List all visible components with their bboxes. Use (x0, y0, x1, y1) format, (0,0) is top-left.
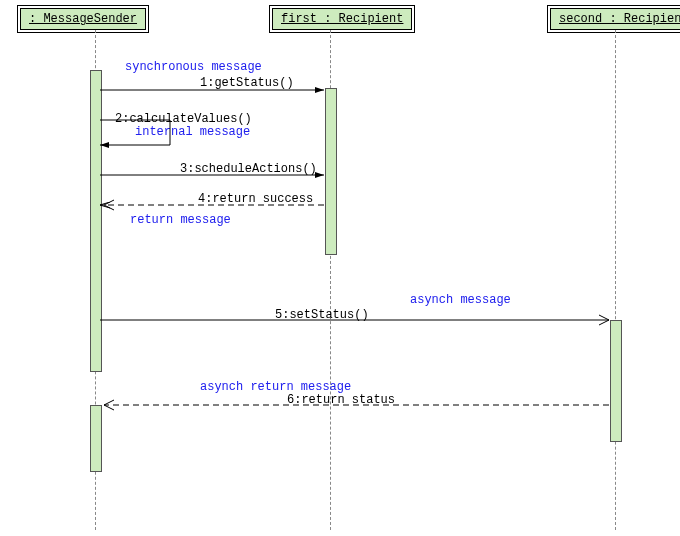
participant-first-label: first : Recipient (281, 12, 403, 26)
activation-sender-1 (90, 70, 102, 372)
msg-2-label: 2:calculateValues() (115, 112, 252, 126)
lifeline-second (615, 30, 616, 530)
activation-second-1 (610, 320, 622, 442)
sequence-arrows (0, 0, 680, 536)
msg-3-label: 3:scheduleActions() (180, 162, 317, 176)
note-asynch-ret: asynch return message (200, 380, 351, 394)
activation-first-1 (325, 88, 337, 255)
participant-second: second : Recipient (550, 8, 680, 30)
note-internal: internal message (135, 125, 250, 139)
msg-5-label: 5:setStatus() (275, 308, 369, 322)
participant-sender-label: : MessageSender (29, 12, 137, 26)
activation-sender-2 (90, 405, 102, 472)
participant-second-label: second : Recipient (559, 12, 680, 26)
note-sync: synchronous message (125, 60, 262, 74)
participant-first: first : Recipient (272, 8, 412, 30)
note-return: return message (130, 213, 231, 227)
msg-1-label: 1:getStatus() (200, 76, 294, 90)
participant-sender: : MessageSender (20, 8, 146, 30)
note-asynch: asynch message (410, 293, 511, 307)
msg-6-label: 6:return status (287, 393, 395, 407)
msg-4-label: 4:return success (198, 192, 313, 206)
